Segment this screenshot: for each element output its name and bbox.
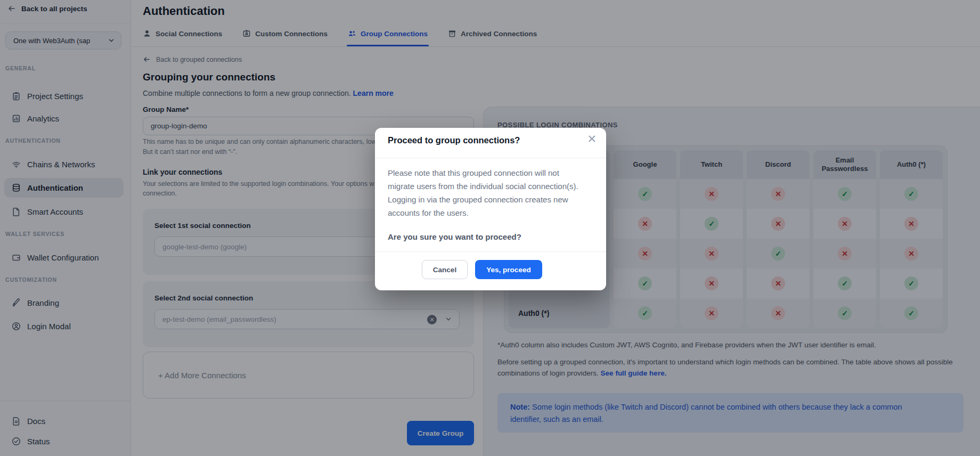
modal-body-text: Please note that this grouped connection… [388, 166, 586, 219]
modal-title: Proceed to group connections? [388, 135, 520, 145]
modal-question: Are you sure you want to proceed? [388, 232, 521, 241]
proceed-modal: Proceed to group connections? ✕ Please n… [375, 128, 606, 290]
cancel-button[interactable]: Cancel [422, 260, 468, 279]
modal-divider-bottom [375, 251, 606, 252]
app-window: Back to all projects One with Web3Auth (… [0, 0, 980, 456]
yes-proceed-button[interactable]: Yes, proceed [475, 260, 542, 279]
modal-divider-top [375, 158, 606, 158]
close-icon[interactable]: ✕ [585, 131, 599, 146]
